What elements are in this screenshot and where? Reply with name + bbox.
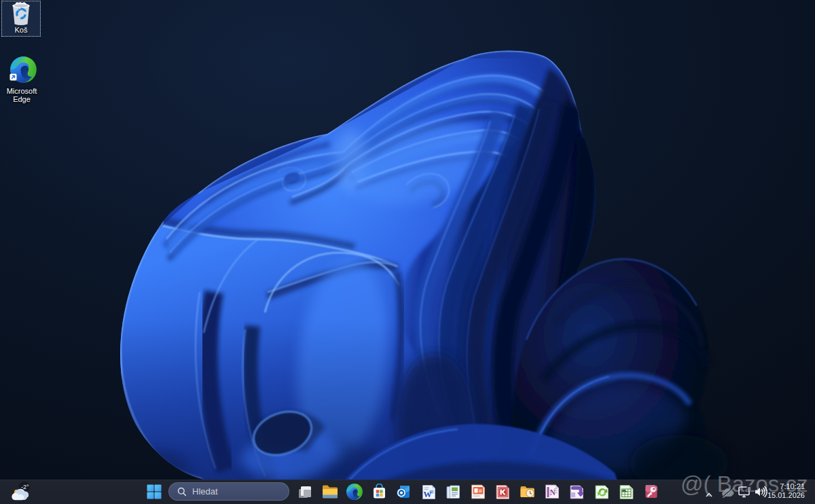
svg-text:N: N [550, 488, 556, 497]
svg-text:8: 8 [748, 486, 751, 492]
svg-text:W: W [423, 489, 432, 499]
